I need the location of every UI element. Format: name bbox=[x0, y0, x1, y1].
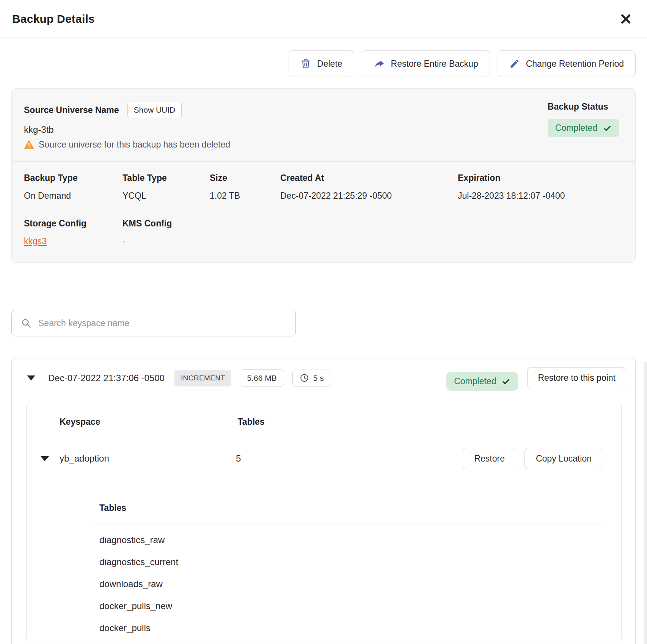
source-universe-label: Source Universe Name bbox=[24, 105, 119, 115]
delete-button[interactable]: Delete bbox=[289, 50, 354, 77]
keyspace-table-header: Keyspace Tables bbox=[27, 403, 621, 437]
keyspace-row: yb_adoption 5 Restore Copy Location bbox=[27, 437, 621, 486]
nested-tables-section: Tables diagnostics_raw diagnostics_curre… bbox=[94, 486, 600, 641]
backup-status-block: Backup Status Completed bbox=[548, 102, 622, 150]
check-icon bbox=[501, 377, 510, 386]
nested-tables-header: Tables bbox=[94, 486, 600, 523]
keyspace-name: yb_adoption bbox=[60, 453, 236, 464]
source-universe-block: Source Universe Name Show UUID kkg-3tb S… bbox=[24, 102, 230, 150]
increment-header-row: Dec-07-2022 21:37:06 -0500 INCREMENT 5.6… bbox=[12, 358, 635, 391]
storage-config-link[interactable]: kkgs3 bbox=[24, 236, 47, 246]
backup-summary-panel: Source Universe Name Show UUID kkg-3tb S… bbox=[11, 88, 636, 263]
field-kms-config: KMS Config - bbox=[122, 218, 210, 247]
table-list-item: docker_pulls bbox=[94, 611, 600, 633]
table-list-item: downloads_raw bbox=[94, 567, 600, 589]
increment-timestamp: Dec-07-2022 21:37:06 -0500 bbox=[48, 373, 165, 383]
increment-size-badge: 5.66 MB bbox=[240, 369, 284, 387]
delete-button-label: Delete bbox=[317, 59, 342, 69]
field-storage-config: Storage Config kkgs3 bbox=[24, 218, 122, 247]
table-list-item: diagnostics_current bbox=[94, 545, 600, 567]
field-size: Size 1.02 TB bbox=[210, 173, 280, 201]
keyspace-restore-button[interactable]: Restore bbox=[463, 448, 516, 469]
clock-icon bbox=[300, 373, 309, 383]
increment-type-badge: INCREMENT bbox=[174, 370, 232, 386]
change-retention-period-button[interactable]: Change Retention Period bbox=[498, 50, 636, 77]
backup-status-value: Completed bbox=[555, 123, 597, 133]
field-backup-type: Backup Type On Demand bbox=[24, 173, 122, 201]
trash-icon bbox=[300, 58, 311, 69]
page-title: Backup Details bbox=[12, 13, 95, 25]
table-list-item: diagnostics_raw bbox=[94, 523, 600, 545]
keyspace-expand-caret-icon[interactable] bbox=[41, 456, 49, 461]
restore-to-this-point-button[interactable]: Restore to this point bbox=[527, 367, 626, 389]
field-table-type: Table Type YCQL bbox=[122, 173, 210, 201]
collapse-caret-icon[interactable] bbox=[27, 375, 35, 380]
search-input[interactable] bbox=[38, 318, 286, 328]
toolbar: Delete Restore Entire Backup Change Rete… bbox=[0, 38, 647, 77]
keyspace-table-count: 5 bbox=[236, 453, 241, 464]
keyspace-column-header: Keyspace bbox=[60, 417, 236, 427]
pencil-icon bbox=[509, 58, 520, 69]
table-list-item: docker_pulls_new bbox=[94, 589, 600, 611]
universe-name: kkg-3tb bbox=[24, 124, 230, 135]
increment-status-value: Completed bbox=[454, 376, 496, 386]
backup-status-label: Backup Status bbox=[548, 102, 608, 112]
backup-status-badge: Completed bbox=[548, 119, 619, 137]
keyspace-search-box bbox=[11, 310, 296, 336]
change-retention-period-label: Change Retention Period bbox=[526, 59, 624, 69]
restore-arrow-icon bbox=[374, 58, 385, 69]
copy-location-button[interactable]: Copy Location bbox=[525, 448, 603, 469]
check-icon bbox=[603, 124, 612, 132]
keyspace-table-card: Keyspace Tables yb_adoption 5 Restore Co… bbox=[26, 403, 622, 641]
tables-column-header: Tables bbox=[237, 417, 264, 427]
search-icon bbox=[21, 318, 31, 328]
close-icon bbox=[620, 13, 632, 25]
warning-icon bbox=[24, 140, 34, 149]
close-button[interactable] bbox=[617, 11, 634, 27]
increment-status-badge: Completed bbox=[446, 372, 518, 391]
modal-header: Backup Details bbox=[0, 0, 647, 38]
field-expiration: Expiration Jul-28-2023 18:12:07 -0400 bbox=[458, 173, 623, 201]
increment-backup-card: Dec-07-2022 21:37:06 -0500 INCREMENT 5.6… bbox=[11, 358, 636, 644]
restore-entire-backup-label: Restore Entire Backup bbox=[391, 59, 478, 69]
restore-entire-backup-button[interactable]: Restore Entire Backup bbox=[362, 50, 490, 77]
scrollbar-track[interactable] bbox=[644, 362, 647, 644]
universe-deleted-warning: Source universe for this backup has been… bbox=[39, 140, 230, 150]
increment-duration-badge: 5 s bbox=[292, 369, 331, 387]
field-created-at: Created At Dec-07-2022 21:25:29 -0500 bbox=[280, 173, 458, 201]
show-uuid-button[interactable]: Show UUID bbox=[127, 102, 182, 118]
